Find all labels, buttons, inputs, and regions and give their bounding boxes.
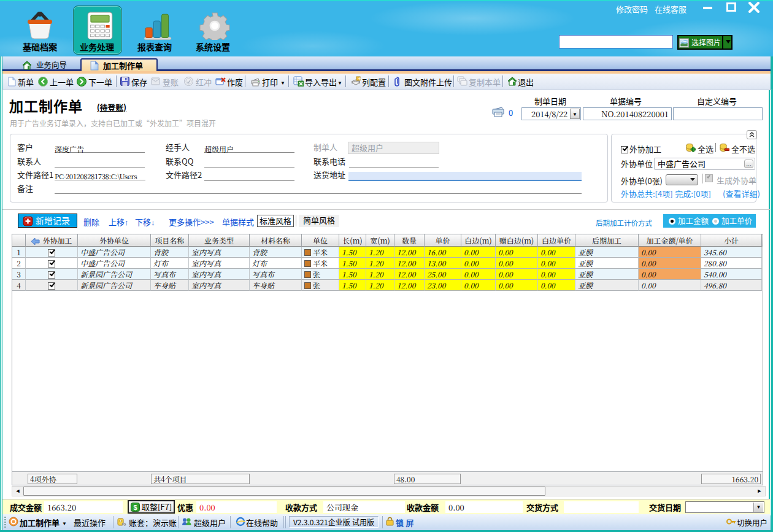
- svg-text:$: $: [133, 504, 137, 511]
